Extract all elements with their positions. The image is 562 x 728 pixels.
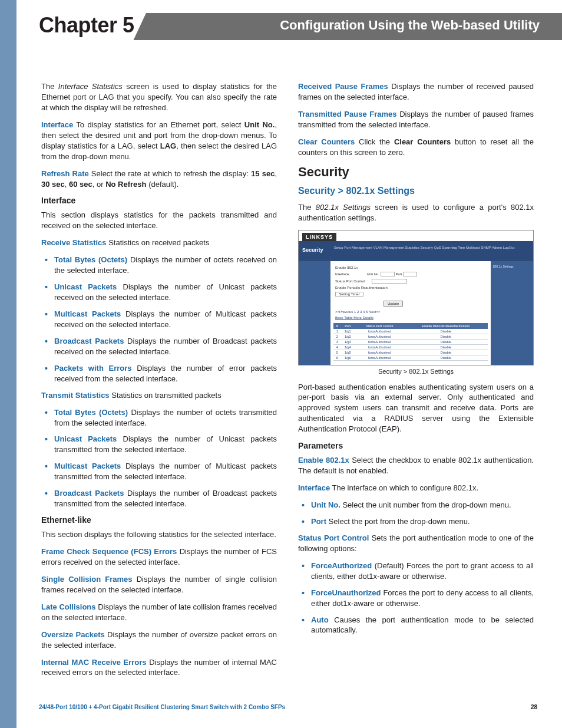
table-row: 51/g5forceAuthorizedDisable: [333, 350, 487, 355]
received-pause-frames: Received Pause Frames Displays the numbe…: [298, 81, 534, 103]
list-item: ForceAuthorized (Default) Forces the por…: [298, 561, 534, 582]
unit-select: [381, 272, 395, 276]
parameters-heading: Parameters: [298, 441, 534, 450]
transmitted-pause-frames: Transmitted Pause Frames Displays the nu…: [298, 109, 534, 130]
content-columns: The Interface Statistics screen is used …: [16, 46, 562, 684]
eth-item: Late Collisions Displays the number of l…: [41, 602, 277, 623]
ports-table: # Port Status Port Control Enable Period…: [333, 323, 487, 361]
refresh-rate-param: Refresh Rate Select the rate at which to…: [41, 169, 277, 190]
list-item: Unicast Packets Displays the number of U…: [41, 282, 277, 303]
table-pager: <<Previous 1 2 3 4 5 Next>>: [330, 309, 491, 315]
form-row-setting: Setting Timer: [330, 291, 491, 298]
utility-title: Configuration Using the Web-based Utilit…: [280, 18, 540, 33]
table-header-row: # Port Status Port Control Enable Period…: [333, 323, 487, 329]
list-item: Broadcast Packets Displays the number of…: [41, 336, 277, 357]
footer-product: 24/48-Port 10/100 + 4-Port Gigabit Resil…: [39, 704, 285, 710]
intro-paragraph: The Interface Statistics screen is used …: [41, 81, 277, 113]
table-links: Base Table More Details: [330, 315, 491, 321]
list-item: Broadcast Packets Displays the number of…: [41, 488, 277, 509]
screenshot-tabs: Setup Port Management VLAN Management St…: [334, 246, 514, 249]
figure-caption: Security > 802.1x Settings: [298, 368, 534, 375]
update-button: Update: [384, 301, 403, 307]
port-auth-text: Port-based authentication enables authen…: [298, 382, 534, 435]
port-select: [403, 272, 417, 276]
right-column: Received Pause Frames Displays the numbe…: [298, 81, 534, 684]
form-row-interface: Interface Unit No. Port: [330, 271, 491, 278]
transmit-stats-list: Total Bytes (Octets) Displays the number…: [41, 407, 277, 510]
table-row: 31/g3forceAuthorizedDisable: [333, 339, 487, 344]
table-row: 61/g6forceAuthorizedDisable: [333, 355, 487, 360]
left-margin-stripe: [0, 0, 16, 728]
status-select: [372, 279, 407, 284]
screenshot-box: LINKSYS Security Setup Port Management V…: [298, 230, 534, 365]
chapter-title: Chapter 5: [39, 13, 134, 38]
screenshot-header-band: [299, 241, 533, 261]
ethernet-like-text: This section displays the following stat…: [41, 529, 277, 540]
clear-counters: Clear Counters Click the Clear Counters …: [298, 137, 534, 158]
screenshot-sidebar: [299, 261, 330, 365]
setting-timer-button: Setting Timer: [335, 292, 363, 297]
list-item: Multicast Packets Displays the number of…: [41, 461, 277, 482]
list-item: Port Select the port from the drop-down …: [298, 516, 534, 527]
list-item: ForceUnauthorized Forces the port to den…: [298, 588, 534, 609]
linksys-logo: LINKSYS: [302, 233, 336, 241]
status-port-control-param: Status Port Control Sets the port authen…: [298, 533, 534, 554]
help-panel-title: 802.1x Settings: [493, 265, 531, 269]
table-row: 11/g1forceAuthorizedDisable: [333, 329, 487, 334]
enable-8021x-param: Enable 802.1x Select the checkbox to ena…: [298, 455, 534, 476]
receive-statistics-label: Receive Statistics Statistics on receive…: [41, 238, 277, 248]
screenshot-help-panel: 802.1x Settings: [491, 261, 533, 365]
security-heading: Security: [298, 164, 534, 180]
interface-param: Interface To display statistics for an E…: [41, 120, 277, 162]
list-item: Total Bytes (Octets) Displays the number…: [41, 407, 277, 429]
transmit-statistics-label: Transmit Statistics Statistics on transm…: [41, 390, 277, 401]
left-column: The Interface Statistics screen is used …: [41, 81, 277, 684]
list-item: Total Bytes (Octets) Displays the number…: [41, 255, 277, 276]
eth-item: Single Collision Frames Displays the num…: [41, 574, 277, 595]
list-item: Multicast Packets Displays the number of…: [41, 309, 277, 330]
eth-item: Frame Check Sequence (FCS) Errors Displa…: [41, 546, 277, 568]
page-footer: 24/48-Port 10/100 + 4-Port Gigabit Resil…: [39, 704, 537, 710]
security-settings-figure: LINKSYS Security Setup Port Management V…: [298, 230, 534, 375]
table-row: 21/g2forceAuthorizedDisable: [333, 334, 487, 339]
form-row-enable: Enable 802.1x: [330, 265, 491, 271]
security-subheading: Security > 802.1x Settings: [298, 186, 534, 196]
receive-stats-list: Total Bytes (Octets) Displays the number…: [41, 255, 277, 384]
form-row-periodic: Enable Periodic Reauthentication: [330, 285, 491, 291]
form-row-status: Status Port Control: [330, 278, 491, 285]
screenshot-main: Enable 802.1x Interface Unit No. Port St…: [330, 261, 491, 365]
list-item: Packets with Errors Displays the number …: [41, 363, 277, 384]
list-item: Unit No. Select the unit number from the…: [298, 500, 534, 510]
interface-section-text: This section displays statistics for the…: [41, 210, 277, 231]
list-item: Auto Causes the port authentication mode…: [298, 615, 534, 636]
interface-items-list: Unit No. Select the unit number from the…: [298, 500, 534, 527]
security-intro: The 802.1x Settings screen is used to co…: [298, 202, 534, 223]
ethernet-like-heading: Ethernet-like: [41, 515, 277, 525]
document-page: Chapter 5 Configuration Using the Web-ba…: [0, 0, 562, 728]
eth-item: Internal MAC Receive Errors Displays the…: [41, 657, 277, 678]
footer-page-number: 28: [531, 704, 537, 710]
interface-param-right: Interface The interface on which to conf…: [298, 483, 534, 493]
status-port-control-list: ForceAuthorized (Default) Forces the por…: [298, 561, 534, 636]
screenshot-tab-security: Security: [302, 247, 323, 253]
page-header: Chapter 5 Configuration Using the Web-ba…: [16, 0, 562, 46]
interface-heading: Interface: [41, 196, 277, 205]
table-row: 41/g4forceAuthorizedDisable: [333, 344, 487, 350]
list-item: Unicast Packets Displays the number of U…: [41, 434, 277, 455]
eth-item: Oversize Packets Displays the number of …: [41, 630, 277, 651]
